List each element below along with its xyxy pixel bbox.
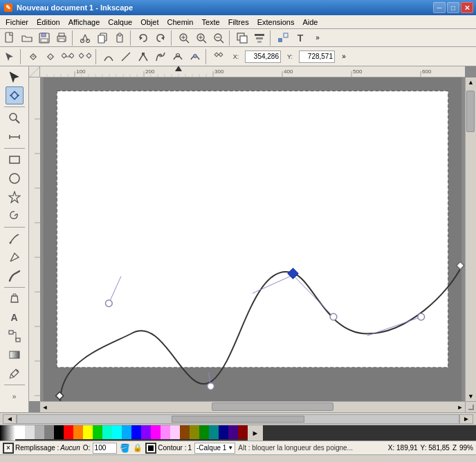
stroke-swatch[interactable]	[145, 443, 156, 454]
color-swatch-magenta[interactable]	[151, 425, 161, 439]
color-swatch-blue[interactable]	[131, 425, 141, 439]
tool-text[interactable]: A	[6, 308, 24, 326]
cusp-node-btn[interactable]	[135, 48, 152, 65]
scroll-up-arrow[interactable]: ▲	[466, 77, 476, 87]
scroll-h-thumb[interactable]	[212, 403, 333, 411]
undo-button[interactable]	[135, 30, 152, 46]
redo-button[interactable]	[152, 30, 169, 46]
opacity-input[interactable]	[93, 443, 117, 454]
menu-fichier[interactable]: Fichier	[1, 17, 33, 28]
close-button[interactable]: ✕	[461, 2, 473, 13]
gray-gradient-swatch[interactable]	[0, 425, 15, 441]
copy-button[interactable]	[94, 30, 111, 46]
smooth-node-btn[interactable]	[152, 48, 169, 65]
color-swatch-orange[interactable]	[73, 425, 83, 439]
color-swatch-dkteal[interactable]	[209, 425, 219, 439]
new-button[interactable]	[1, 30, 18, 46]
break-nodes-btn[interactable]	[77, 48, 93, 65]
scroll-left-arrow[interactable]: ◄	[40, 403, 50, 412]
color-swatch-white[interactable]	[15, 425, 25, 439]
scroll-v-thumb[interactable]	[466, 91, 475, 132]
node-corner-btn[interactable]	[210, 48, 227, 65]
menu-chemin[interactable]: Chemin	[163, 17, 197, 28]
bucket-icon[interactable]: 🪣	[120, 443, 130, 453]
menu-affichage[interactable]: Affichage	[64, 17, 104, 28]
page-left-arrow[interactable]: ◄	[3, 414, 17, 424]
menu-texte[interactable]: Texte	[197, 17, 223, 28]
more-node-btn[interactable]: »	[336, 48, 352, 65]
menu-calque[interactable]: Calque	[104, 17, 136, 28]
color-swatch-ltblue[interactable]	[122, 425, 131, 439]
menu-aide[interactable]: Aide	[298, 17, 322, 28]
tool-spiral[interactable]	[6, 207, 24, 225]
symmetric-node-btn[interactable]	[170, 48, 186, 65]
color-swatch-cyan[interactable]	[112, 425, 122, 439]
tool-zoom[interactable]	[6, 109, 24, 127]
menu-filtres[interactable]: Filtres	[224, 17, 253, 28]
color-swatch-yellow[interactable]	[83, 425, 93, 439]
color-swatch-ltpink[interactable]	[170, 425, 180, 439]
lock-icon[interactable]: 🔒	[133, 443, 143, 452]
color-swatch-maroon[interactable]	[238, 425, 248, 439]
zoom-fit-button[interactable]	[176, 30, 192, 46]
menu-objet[interactable]: Objet	[136, 17, 163, 28]
menu-edition[interactable]: Édition	[33, 17, 64, 28]
tool-select[interactable]	[6, 68, 24, 86]
layer-dropdown-icon[interactable]: ▼	[228, 445, 233, 451]
tool-pen[interactable]	[6, 248, 24, 266]
join-nodes-btn[interactable]	[60, 48, 76, 65]
color-swatch-olive[interactable]	[190, 425, 199, 439]
paste-button[interactable]	[111, 30, 128, 46]
color-swatch-black[interactable]	[54, 425, 64, 439]
tool-calligraphy[interactable]	[6, 267, 24, 285]
curve-segment-btn[interactable]	[100, 48, 117, 65]
page-scrollbar[interactable]	[17, 414, 459, 424]
node-edit-button[interactable]	[275, 30, 291, 46]
page-scrollbar-thumb[interactable]	[172, 416, 304, 423]
color-swatch-gray[interactable]	[35, 425, 44, 439]
scrollbar-vertical[interactable]: ▲ ▼	[465, 77, 476, 401]
color-swatch-pink[interactable]	[161, 425, 170, 439]
save-button[interactable]	[36, 30, 53, 46]
add-node-btn[interactable]: +	[25, 48, 42, 65]
text-tool-btn[interactable]: T	[292, 30, 309, 46]
tool-node[interactable]	[6, 86, 24, 104]
del-node-btn[interactable]: -	[42, 48, 59, 65]
color-swatch-ltgray[interactable]	[25, 425, 35, 439]
fill-swatch[interactable]: ×	[3, 443, 14, 454]
node-select-btn[interactable]	[1, 48, 18, 65]
cut-button[interactable]	[77, 30, 93, 46]
layer-selector[interactable]: -Calque 1 ▼	[194, 443, 235, 454]
svg-canvas[interactable]	[40, 77, 465, 401]
color-swatch-navy[interactable]	[219, 425, 228, 439]
line-segment-btn[interactable]	[118, 48, 134, 65]
color-swatch-purple[interactable]	[141, 425, 151, 439]
zoom-out-button[interactable]	[210, 30, 227, 46]
color-swatch-brown[interactable]	[180, 425, 190, 439]
color-swatch-red[interactable]	[64, 425, 73, 439]
tool-dropper[interactable]	[6, 364, 24, 382]
print-button[interactable]	[53, 30, 70, 46]
tool-circle[interactable]	[6, 169, 24, 187]
more-btn[interactable]: »	[309, 30, 326, 46]
tool-connector[interactable]	[6, 327, 24, 345]
color-swatch-indigo[interactable]	[228, 425, 238, 439]
tool-bucket[interactable]	[6, 290, 24, 308]
color-swatch-green[interactable]	[93, 425, 102, 439]
align-button[interactable]	[251, 30, 268, 46]
maximize-button[interactable]: □	[447, 2, 459, 13]
auto-node-btn[interactable]	[187, 48, 203, 65]
tool-star[interactable]	[6, 188, 24, 206]
tool-gradient[interactable]	[6, 346, 24, 364]
y-coord-input[interactable]	[299, 50, 335, 63]
x-coord-input[interactable]	[245, 50, 281, 63]
open-button[interactable]	[19, 30, 35, 46]
canvas-container[interactable]: 100 200 300 400 500 600	[29, 66, 476, 412]
minimize-button[interactable]: ─	[433, 2, 446, 13]
tool-rect[interactable]	[6, 151, 24, 169]
zoom-in-button[interactable]	[193, 30, 210, 46]
tool-measure[interactable]	[6, 128, 24, 146]
menu-extensions[interactable]: Extensions	[253, 17, 299, 28]
drawing-canvas[interactable]	[40, 77, 465, 401]
color-swatch-dkgreen[interactable]	[199, 425, 209, 439]
